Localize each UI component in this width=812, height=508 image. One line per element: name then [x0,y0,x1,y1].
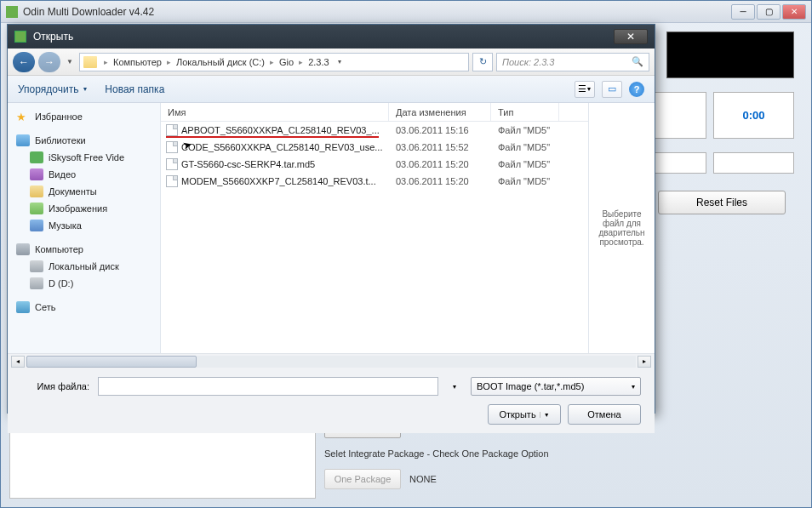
sidebar-libraries[interactable]: Библиотеки [8,132,160,149]
app-icon [30,151,43,163]
file-row[interactable]: MODEM_S5660XXKP7_CL258140_REV03.t... 03.… [161,173,588,190]
file-icon [166,175,178,187]
file-row[interactable]: CODE_S5660XXKPA_CL258140_REV03_use... 03… [161,139,588,156]
chevron-right-icon: ▸ [102,58,110,66]
file-row[interactable]: GT-S5660-csc-SERKP4.tar.md5 03.06.2011 1… [161,156,588,173]
dialog-title: Открыть [33,31,614,43]
new-folder-button[interactable]: Новая папка [105,83,164,95]
integrate-label: Selet Integrate Package - Check One Pack… [324,448,803,459]
dialog-close-button[interactable]: ✕ [614,29,648,44]
dialog-sidebar: ★Избранное Библиотеки iSkysoft Free Vide… [8,103,161,353]
column-type[interactable]: Тип [491,103,559,121]
file-icon [166,141,178,153]
annotation-underline [166,136,379,138]
search-input[interactable]: Поиск: 2.3.3 🔍 [496,53,649,71]
file-list: Имя Дата изменения Тип APBOOT_S5660XXKPA… [161,103,588,353]
dialog-toolbar: Упорядочить▼ Новая папка ☰ ▼ ▭ ? [8,76,655,103]
disk-icon [30,260,43,272]
file-list-header: Имя Дата изменения Тип [161,103,588,122]
network-icon [16,301,30,313]
refresh-button[interactable]: ↻ [472,53,493,71]
folder-icon [83,56,97,68]
dialog-app-icon [14,31,26,43]
chevron-right-icon: ▸ [165,58,173,66]
open-button[interactable]: Открыть▼ [488,404,561,425]
chevron-down-icon: ▼ [540,412,550,418]
breadcrumb-computer[interactable]: Компьютер [112,57,163,67]
music-icon [30,220,43,231]
star-icon: ★ [16,111,30,123]
odin-app-icon [6,6,18,18]
scroll-thumb[interactable] [26,356,197,368]
file-icon [166,124,178,136]
sidebar-video[interactable]: Видео [8,166,160,183]
maximize-button[interactable]: ▢ [757,4,781,20]
timer-box: 0:00 [713,92,794,139]
sidebar-d-drive[interactable]: D (D:) [8,275,160,292]
preview-pane-button[interactable]: ▭ [602,81,622,98]
dialog-bottom: Имя файла: ▾ BOOT Image (*.tar,*.md5)▾ О… [8,368,655,433]
sidebar-iskysoft[interactable]: iSkysoft Free Vide [8,149,160,166]
horizontal-scrollbar[interactable]: ◂ ▸ [8,353,655,368]
nav-history-dropdown[interactable]: ▼ [64,52,76,72]
one-package-button[interactable]: One Package [324,469,401,489]
filetype-select[interactable]: BOOT Image (*.tar,*.md5)▾ [471,377,641,396]
info-box-2 [713,152,794,174]
scroll-right-button[interactable]: ▸ [638,356,651,368]
chevron-right-icon: ▸ [297,58,305,66]
file-list-area: Имя Дата изменения Тип APBOOT_S5660XXKPA… [161,103,655,353]
file-icon [166,158,178,170]
minimize-button[interactable]: ─ [731,4,755,20]
close-button[interactable]: ✕ [782,4,806,20]
computer-icon [16,243,30,255]
image-icon [30,203,43,214]
one-package-value: NONE [409,474,437,484]
search-icon: 🔍 [632,56,643,67]
scroll-left-button[interactable]: ◂ [11,356,25,368]
nav-forward-button[interactable]: → [38,52,60,72]
scroll-track[interactable] [26,356,636,368]
file-open-dialog: Открыть ✕ ← → ▼ ▸ Компьютер ▸ Локальный … [7,24,655,414]
disk-icon [30,277,43,289]
odin-title: Odin Multi Downloader v4.42 [23,6,731,18]
document-icon [30,186,43,197]
sidebar-documents[interactable]: Документы [8,183,160,200]
status-display [666,31,794,78]
dialog-titlebar[interactable]: Открыть ✕ [8,25,655,49]
chevron-down-icon: ▼ [82,86,88,92]
column-date[interactable]: Дата изменения [389,103,491,121]
breadcrumb-gio[interactable]: Gio [277,57,295,67]
odin-titlebar[interactable]: Odin Multi Downloader v4.42 ─ ▢ ✕ [1,1,811,23]
sidebar-music[interactable]: Музыка [8,217,160,234]
help-icon[interactable]: ? [629,82,644,97]
filename-input[interactable] [98,377,438,396]
organize-menu[interactable]: Упорядочить▼ [18,83,88,95]
sidebar-favorites[interactable]: ★Избранное [8,108,160,125]
dialog-nav-bar: ← → ▼ ▸ Компьютер ▸ Локальный диск (C:) … [8,49,655,76]
sidebar-local-disk[interactable]: Локальный диск [8,258,160,275]
nav-back-button[interactable]: ← [13,52,35,72]
chevron-right-icon: ▸ [268,58,276,66]
reset-files-button[interactable]: Reset Files [658,191,786,214]
preview-pane: Выберите файл для дварительн просмотра. [588,103,655,353]
sidebar-images[interactable]: Изображения [8,200,160,217]
sidebar-network[interactable]: Сеть [8,299,160,316]
search-placeholder: Поиск: 2.3.3 [502,57,554,67]
view-mode-button[interactable]: ☰ ▼ [575,81,595,98]
breadcrumb-233[interactable]: 2.3.3 [306,57,330,67]
window-controls: ─ ▢ ✕ [731,4,806,20]
cancel-button[interactable]: Отмена [568,404,641,425]
breadcrumb-dropdown[interactable]: ▾ [333,58,346,66]
chevron-down-icon: ▾ [632,383,635,391]
filename-dropdown[interactable]: ▾ [447,383,462,391]
column-name[interactable]: Имя [161,103,389,121]
library-icon [16,134,30,146]
sidebar-computer[interactable]: Компьютер [8,241,160,258]
breadcrumb-drive[interactable]: Локальный диск (C:) [174,57,266,67]
dialog-main: ★Избранное Библиотеки iSkysoft Free Vide… [8,103,655,353]
video-icon [30,168,43,180]
breadcrumb-bar[interactable]: ▸ Компьютер ▸ Локальный диск (C:) ▸ Gio … [79,53,469,71]
filename-label: Имя файла: [21,381,89,391]
